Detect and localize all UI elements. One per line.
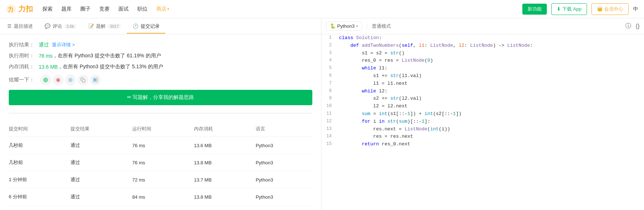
left-content: 执行结果： 通过 显示详情 > 执行用时： 76 ms ，在所有 Python3…: [0, 34, 321, 210]
line-number: 14: [321, 133, 336, 141]
code-area[interactable]: 1 class Solution: 2 def addTwoNumbers(se…: [321, 34, 644, 210]
table-row[interactable]: 几秒前 通过 76 ms 13.6 MB Python3: [9, 137, 312, 154]
result-status-row: 执行结果： 通过 显示详情 >: [9, 42, 312, 48]
table-row[interactable]: 6 分钟前 通过 84 ms 13.8 MB Python3: [9, 188, 312, 206]
code-line-row: 9 s2 += str(l2.val): [321, 95, 644, 103]
code-line-row: 14 res = res.next: [321, 133, 644, 141]
code-line-row: 4 res_0 = res = ListNode(0): [321, 57, 644, 65]
share-icon-wechat[interactable]: [40, 75, 51, 85]
nav-item-jobs[interactable]: 职位: [137, 4, 148, 14]
info-icon[interactable]: ⓘ: [625, 22, 631, 30]
share-icon-copy[interactable]: [77, 75, 88, 85]
td-memory: 13.6 MB: [194, 137, 256, 154]
nav-items: 探索 题库 圈子 竞赛 面试 职位 商店 ▾: [42, 4, 170, 14]
vip-center-button[interactable]: 👑 会员中心: [591, 3, 629, 15]
line-number: 15: [321, 141, 336, 148]
td-lang: Python3: [256, 154, 312, 171]
nav-item-explore[interactable]: 探索: [42, 4, 53, 14]
result-section: 执行结果： 通过 显示详情 > 执行用时： 76 ms ，在所有 Python3…: [9, 42, 312, 105]
status-value: 通过: [39, 42, 49, 48]
brace-icon[interactable]: {}: [636, 23, 640, 30]
code-line-row: 7 l1 = l1.next: [321, 80, 644, 88]
code-content: l2 = l2.next: [336, 103, 644, 110]
line-number: 3: [321, 50, 336, 57]
col-header-lang: 语言: [256, 121, 312, 137]
tab-description[interactable]: ☰ 题目描述: [1, 19, 39, 33]
col-header-result: 提交结果: [71, 121, 132, 137]
svg-text:in: in: [94, 79, 96, 81]
code-content: class Solution:: [336, 34, 644, 42]
runtime-desc: ，在所有 Python3 提交中击败了 61.19% 的用户: [53, 53, 161, 59]
code-content: l1 = l1.next: [336, 80, 644, 88]
tab-submissions[interactable]: 🕐 提交记录: [127, 19, 165, 33]
svg-point-4: [68, 78, 73, 82]
td-lang: Python3: [256, 171, 312, 188]
code-content: res.next = ListNode(int(i)): [336, 126, 644, 133]
logo[interactable]: 力 力扣: [6, 4, 33, 14]
divider: [9, 112, 312, 114]
nav-item-shop[interactable]: 商店 ▾: [156, 4, 170, 14]
nav-item-contest[interactable]: 竞赛: [99, 4, 110, 14]
code-content: s1 = s2 = str(): [336, 50, 644, 57]
share-icon-weibo[interactable]: 微: [53, 75, 64, 85]
code-line-row: 12 for i in str(sum)[::-1]:: [321, 118, 644, 126]
nav-right: 新功能 ⬇ 下载 App 👑 会员中心 中: [522, 3, 638, 15]
clock-icon: 🕐: [133, 23, 138, 29]
share-icon-qq[interactable]: [65, 75, 76, 85]
line-number: 5: [321, 65, 336, 72]
line-number: 1: [321, 34, 336, 42]
line-number: 6: [321, 72, 336, 80]
nav-item-problems[interactable]: 题库: [61, 4, 72, 14]
description-icon: ☰: [7, 23, 12, 29]
tab-comments[interactable]: 💬 评论 3.6k: [39, 19, 82, 33]
share-icon-linkedin[interactable]: in: [90, 75, 101, 85]
td-time: 几秒前: [9, 137, 71, 154]
td-result[interactable]: 通过: [71, 171, 132, 188]
code-content: sum = int(s1[::-1]) + int(s2[::-1]): [336, 110, 644, 118]
python-icon: 🐍: [330, 23, 336, 29]
line-number: 13: [321, 126, 336, 133]
tab-solutions[interactable]: 📝 题解 3017: [82, 19, 127, 33]
td-runtime: 76 ms: [132, 137, 194, 154]
share-label: 炫耀一下：: [9, 77, 34, 83]
td-memory: 13.8 MB: [194, 188, 256, 206]
sub-tabs: ☰ 题目描述 💬 评论 3.6k 📝 题解 3017 🕐 提交记录: [0, 18, 321, 34]
write-solution-button[interactable]: ✏ 写题解，分享我的解题思路: [9, 90, 312, 105]
code-line-row: 10 l2 = l2.next: [321, 103, 644, 110]
submission-table: 提交时间 提交结果 运行时间 内存消耗 语言 几秒前 通过 76 ms 13.6…: [9, 121, 312, 206]
runtime-row: 执行用时： 76 ms ，在所有 Python3 提交中击败了 61.19% 的…: [9, 53, 312, 59]
logo-text: 力扣: [18, 4, 33, 14]
td-time: 6 分钟前: [9, 188, 71, 206]
toolbar-left: 🐍 Python3 ▾ | 普通模式: [326, 22, 391, 31]
code-line-row: 3 s1 = s2 = str(): [321, 50, 644, 57]
download-icon: ⬇: [557, 6, 561, 12]
mode-toggle[interactable]: 普通模式: [372, 23, 391, 30]
nav-item-interview[interactable]: 面试: [118, 4, 129, 14]
td-runtime: 72 ms: [132, 171, 194, 188]
language-selector[interactable]: 🐍 Python3 ▾: [326, 22, 362, 31]
right-panel: 🐍 Python3 ▾ | 普通模式 ⓘ {} 1 class Solution…: [321, 18, 644, 210]
download-app-button[interactable]: ⬇ 下载 App: [551, 3, 587, 15]
td-result[interactable]: 通过: [71, 137, 132, 154]
runtime-value: 76 ms: [39, 53, 53, 59]
td-result[interactable]: 通过: [71, 154, 132, 171]
code-content: s1 += str(l1.val): [336, 72, 644, 80]
detail-link[interactable]: 显示详情 >: [52, 42, 75, 48]
language-switch[interactable]: 中: [633, 6, 638, 12]
lang-label: Python3: [337, 23, 355, 29]
editor-toolbar: 🐍 Python3 ▾ | 普通模式 ⓘ {}: [321, 18, 644, 34]
memory-value: 13.6 MB: [39, 64, 58, 70]
line-number: 10: [321, 103, 336, 110]
table-row[interactable]: 几秒前 通过 76 ms 13.8 MB Python3: [9, 154, 312, 171]
runtime-label: 执行用时：: [9, 53, 34, 59]
table-row[interactable]: 1 分钟前 通过 72 ms 13.7 MB Python3: [9, 171, 312, 188]
line-number: 7: [321, 80, 336, 88]
new-feature-button[interactable]: 新功能: [522, 4, 547, 15]
code-content: def addTwoNumbers(self, l1: ListNode, l2…: [336, 42, 644, 50]
td-time: 1 分钟前: [9, 171, 71, 188]
nav-item-circle[interactable]: 圈子: [80, 4, 91, 14]
crown-icon: 👑: [597, 6, 603, 12]
chevron-down-icon: ▾: [167, 7, 169, 11]
td-result[interactable]: 通过: [71, 188, 132, 206]
code-content: return res_0.next: [336, 141, 644, 148]
